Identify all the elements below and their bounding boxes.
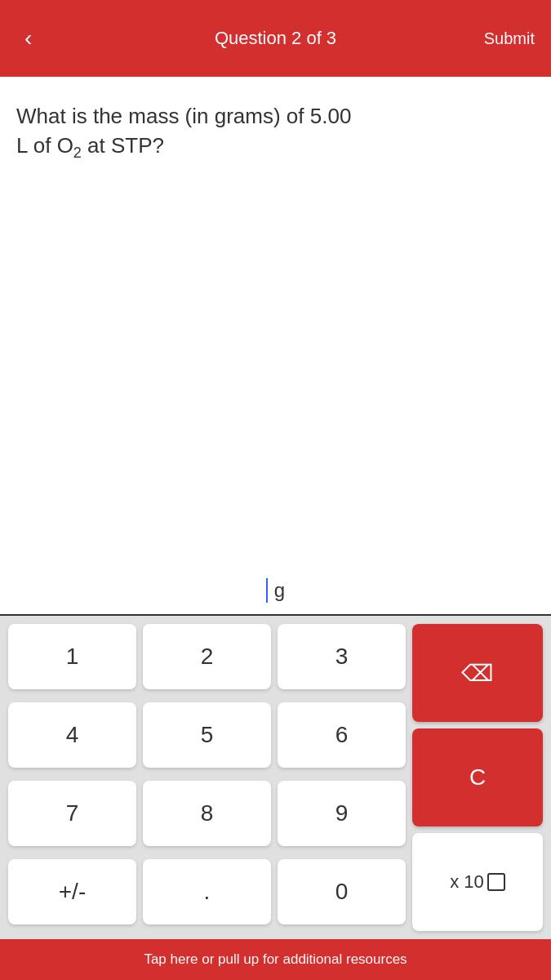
keypad-main: 1 2 3 4 5 6 7 8 9 +/- bbox=[8, 624, 543, 931]
number-grid: 1 2 3 4 5 6 7 8 9 +/- bbox=[8, 624, 406, 931]
key-3[interactable]: 3 bbox=[278, 624, 406, 689]
clear-button[interactable]: C bbox=[412, 728, 543, 826]
submit-button[interactable]: Submit bbox=[484, 29, 535, 48]
key-9[interactable]: 9 bbox=[278, 781, 406, 846]
bottom-bar[interactable]: Tap here or pull up for additional resou… bbox=[0, 939, 551, 980]
key-4[interactable]: 4 bbox=[8, 702, 136, 768]
text-cursor bbox=[266, 578, 268, 603]
question-text: What is the mass (in grams) of 5.00 L of… bbox=[16, 101, 535, 164]
question-area: What is the mass (in grams) of 5.00 L of… bbox=[0, 77, 551, 342]
keypad-row-1: 1 2 3 bbox=[8, 624, 406, 689]
question-progress: Question 2 of 3 bbox=[215, 28, 336, 49]
key-5[interactable]: 5 bbox=[143, 702, 271, 768]
input-unit: g bbox=[274, 579, 285, 602]
key-plus-minus[interactable]: +/- bbox=[8, 859, 136, 924]
keypad-row-3: 7 8 9 bbox=[8, 781, 406, 846]
key-2[interactable]: 2 bbox=[143, 624, 271, 689]
answer-work-area bbox=[0, 342, 551, 567]
key-0[interactable]: 0 bbox=[278, 859, 406, 924]
input-display: g bbox=[0, 567, 551, 616]
keypad-container: g 1 2 3 4 5 6 7 bbox=[0, 567, 551, 939]
back-button[interactable]: ‹ bbox=[16, 17, 40, 60]
x10-button[interactable]: x 10 bbox=[412, 833, 543, 931]
header: ‹ Question 2 of 3 Submit bbox=[0, 0, 551, 77]
key-6[interactable]: 6 bbox=[278, 702, 406, 768]
subscript-2: 2 bbox=[73, 145, 82, 162]
x10-label: x 10 bbox=[450, 871, 484, 893]
backspace-icon: ⌫ bbox=[461, 660, 494, 687]
question-line2: L of O2 at STP? bbox=[16, 133, 164, 158]
clear-label: C bbox=[469, 764, 486, 791]
key-decimal[interactable]: . bbox=[143, 859, 271, 924]
bottom-bar-text: Tap here or pull up for additional resou… bbox=[144, 951, 407, 968]
keypad-row-2: 4 5 6 bbox=[8, 702, 406, 768]
x10-box-icon bbox=[487, 873, 505, 891]
key-8[interactable]: 8 bbox=[143, 781, 271, 846]
key-1[interactable]: 1 bbox=[8, 624, 136, 689]
question-line1: What is the mass (in grams) of 5.00 bbox=[16, 104, 351, 128]
keypad: 1 2 3 4 5 6 7 8 9 +/- bbox=[0, 616, 551, 939]
action-column: ⌫ C x 10 bbox=[412, 624, 543, 931]
key-7[interactable]: 7 bbox=[8, 781, 136, 846]
keypad-row-4: +/- . 0 bbox=[8, 859, 406, 924]
main-content: What is the mass (in grams) of 5.00 L of… bbox=[0, 77, 551, 980]
backspace-button[interactable]: ⌫ bbox=[412, 624, 543, 722]
input-display-inner: g bbox=[266, 578, 285, 603]
